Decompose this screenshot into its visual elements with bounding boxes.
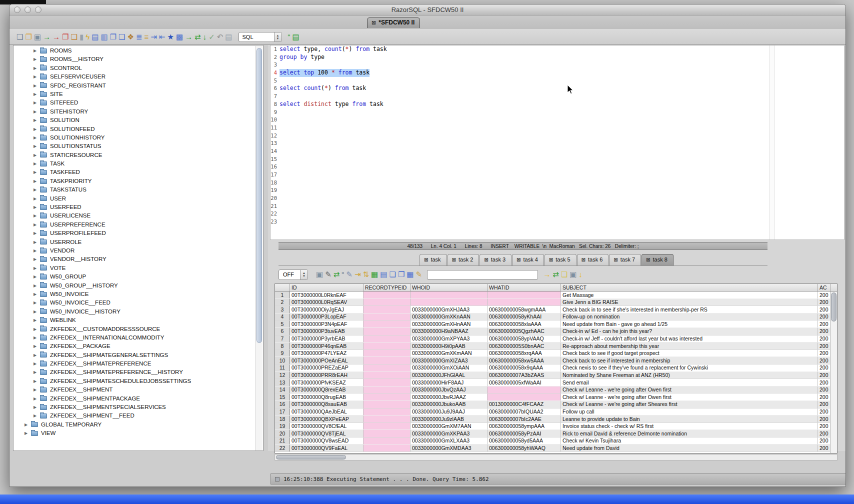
editor-line[interactable]: 23 <box>270 218 844 226</box>
table-row[interactable]: 1300T3000000PfvKSEAZ0033000000HirF8AAJ00… <box>275 379 837 386</box>
editor-line[interactable]: 21 <box>270 202 844 210</box>
search-document-icon[interactable]: ▥ <box>100 32 108 41</box>
tree-item-vote[interactable]: ▶VOTE <box>14 264 263 272</box>
page-setup-icon[interactable]: ❏ <box>389 270 396 278</box>
new-file-icon[interactable]: ❏ <box>16 32 23 41</box>
disclosure-triangle-icon[interactable]: ▶ <box>34 212 40 220</box>
cell-ac[interactable]: 200 <box>818 328 831 335</box>
scroll-down-icon[interactable]: ↓ <box>578 270 582 278</box>
cell-whatid[interactable] <box>488 394 561 400</box>
result-tab-task-8[interactable]: ⊠task 8 <box>642 254 674 266</box>
disclosure-triangle-icon[interactable]: ▶ <box>34 264 40 272</box>
disclosure-triangle-icon[interactable]: ▶ <box>34 238 40 246</box>
tree-item-taskpriority[interactable]: ▶TASKPRIORITY <box>14 177 263 186</box>
close-tab-icon[interactable]: ⊠ <box>372 20 376 26</box>
cell-subject[interactable]: Need update from Bain - gave go ahead 1/… <box>561 320 818 328</box>
highlight-icon[interactable]: ✎ <box>416 270 422 278</box>
cell-id[interactable]: 00T3000000P46qnEAB <box>290 342 364 350</box>
disclosure-triangle-icon[interactable]: ▶ <box>34 282 40 290</box>
tree-item-rooms[interactable]: ▶ROOMS <box>14 46 263 55</box>
cell-whoid[interactable]: 0033000000Ju9J9AAJ <box>410 408 488 416</box>
disconnect-icon[interactable]: → <box>52 32 60 41</box>
cell-subject[interactable]: Check w/ Kevin Tsujihara <box>561 438 818 444</box>
cell-recordtypeid[interactable] <box>364 416 410 422</box>
cell-whatid[interactable]: 00630000005S0bnAAC <box>488 342 561 350</box>
disclosure-triangle-icon[interactable]: ▶ <box>34 229 40 238</box>
cell-subject[interactable]: Re-approach about membership this year <box>561 342 818 350</box>
table-row[interactable]: 2200T3000000QV9FaEAL0033000000GmXMDAA300… <box>275 444 837 452</box>
cell-ac[interactable]: 200 <box>818 438 831 444</box>
close-tab-icon[interactable]: ⊠ <box>549 257 553 262</box>
sort-rows-icon[interactable]: ⇅ <box>363 270 370 278</box>
disclosure-triangle-icon[interactable]: ▶ <box>24 429 31 438</box>
cell-recordtypeid[interactable] <box>364 357 410 364</box>
cell-whoid[interactable]: 0033000000GmXMDAA3 <box>410 444 488 452</box>
row-number-cell[interactable]: 6 <box>275 328 290 335</box>
row-number-cell[interactable]: 9 <box>275 350 290 357</box>
table-row[interactable]: 1700T3000000QAeJbEAL0033000000Ju9J9AAJ00… <box>275 408 837 416</box>
table-row[interactable]: 1600T3000000Q8sauEAB0033000000JbukoAAB00… <box>275 401 837 408</box>
cell-subject[interactable]: Need update from David <box>561 444 818 452</box>
row-number-cell[interactable]: 18 <box>275 416 290 422</box>
tree-item-solutionstatus[interactable]: ▶SOLUTIONSTATUS <box>14 142 263 150</box>
row-number-cell[interactable]: 2 <box>275 299 290 306</box>
commit-icon[interactable]: ✓ <box>208 32 215 41</box>
editor-line[interactable]: 7 <box>270 92 844 100</box>
copy-document-icon[interactable]: ❐ <box>110 32 116 41</box>
tree-item-user[interactable]: ▶USER <box>14 194 263 203</box>
cell-whoid[interactable]: 0033000000JbvRJAAZ <box>410 394 488 400</box>
tree-item-scontrol[interactable]: ▶SCONTROL <box>14 64 263 72</box>
tree-item-taskstatus[interactable]: ▶TASKSTATUS <box>14 186 263 194</box>
sql-mode-select[interactable]: SQL ▲▼ <box>238 32 282 42</box>
tree-item-userpreference[interactable]: ▶USERPREFERENCE <box>14 220 263 229</box>
row-number-cell[interactable]: 7 <box>275 336 290 342</box>
result-tab-task-6[interactable]: ⊠task 6 <box>577 254 609 266</box>
disclosure-triangle-icon[interactable]: ▶ <box>24 420 31 429</box>
cell-id[interactable]: 00T3000000P3tuvEAB <box>290 328 364 335</box>
cell-recordtypeid[interactable] <box>364 408 410 416</box>
disclosure-triangle-icon[interactable]: ▶ <box>34 377 40 386</box>
cell-whatid[interactable] <box>488 386 561 394</box>
disclosure-triangle-icon[interactable]: ▶ <box>34 386 40 394</box>
cell-whatid[interactable]: 006300000058yd5AAA <box>488 438 561 444</box>
table-contents-icon[interactable]: ▤ <box>292 32 300 41</box>
cell-whoid[interactable]: 0033000000H9aNBAAZ <box>410 328 488 335</box>
column-header-recordtypeid[interactable]: RECORDTYPEID <box>364 284 410 291</box>
disclosure-triangle-icon[interactable]: ▶ <box>34 334 40 342</box>
cell-ac[interactable]: 200 <box>818 314 831 320</box>
cell-recordtypeid[interactable] <box>364 394 410 400</box>
cell-id[interactable]: 00T3000000P3yrbEAB <box>290 336 364 342</box>
tree-item-task[interactable]: ▶TASK <box>14 160 263 168</box>
tree-item-sfdc-registrant[interactable]: ▶SFDC_REGISTRANT <box>14 82 263 90</box>
table-row[interactable]: 800T3000000P46qnEAB0033000000H9i0pAAB006… <box>275 342 837 350</box>
cell-id[interactable]: 00T3000000L0RqSEAV <box>290 299 364 306</box>
disclosure-triangle-icon[interactable]: ▶ <box>34 125 40 134</box>
editor-line[interactable]: 1select type, count(*) from task <box>270 46 844 54</box>
result-tab-task[interactable]: ⊠task <box>420 254 447 266</box>
tree-item-site[interactable]: ▶SITE <box>14 90 263 98</box>
cell-whatid[interactable]: 006300000058ypVAAQ <box>488 336 561 342</box>
cell-recordtypeid[interactable] <box>364 350 410 357</box>
title-bar[interactable]: RazorSQL - SFDCW50 II <box>10 4 846 16</box>
cell-recordtypeid[interactable] <box>364 379 410 386</box>
tree-item-zkfedex-customaddresssource[interactable]: ▶ZKFEDEX__CUSTOMADDRESSSOURCE <box>14 325 263 334</box>
cell-subject[interactable]: Leanne to provide update to Bain <box>561 416 818 422</box>
tree-item-global-temporary[interactable]: ▶GLOBAL TEMPORARY <box>14 420 263 429</box>
cell-recordtypeid[interactable] <box>364 386 410 394</box>
close-tab-icon[interactable]: ⊠ <box>646 257 650 262</box>
edit-notes-icon[interactable]: ❏ <box>561 270 568 278</box>
table-row[interactable]: 200T3000000L0RqSEAVGive Jenn a BIG RAISE… <box>275 299 837 306</box>
stepper-icon[interactable]: ▲▼ <box>300 270 308 280</box>
table-row[interactable]: 1500T3000000Q8rugEAB0033000000JbvRJAAZCh… <box>275 394 837 401</box>
cell-recordtypeid[interactable] <box>364 299 410 306</box>
stepper-icon[interactable]: ▲▼ <box>274 32 282 42</box>
cell-whoid[interactable]: 0033000000GmXKnAAN <box>410 314 488 320</box>
cell-subject[interactable]: Check back to see if interested in membe… <box>561 357 818 364</box>
disclosure-triangle-icon[interactable]: ▶ <box>34 116 40 124</box>
cell-ac[interactable]: 200 <box>818 350 831 357</box>
table-row[interactable]: 1000T3000000POeAnEAL0033000000GmXIZAA300… <box>275 357 837 364</box>
cell-whatid[interactable]: 006300000058wgmAAA <box>488 306 561 313</box>
cell-subject[interactable]: Follow up call <box>561 408 818 416</box>
cell-whatid[interactable] <box>488 292 561 298</box>
cell-id[interactable]: 00T3000000QAeJbEAL <box>290 408 364 416</box>
